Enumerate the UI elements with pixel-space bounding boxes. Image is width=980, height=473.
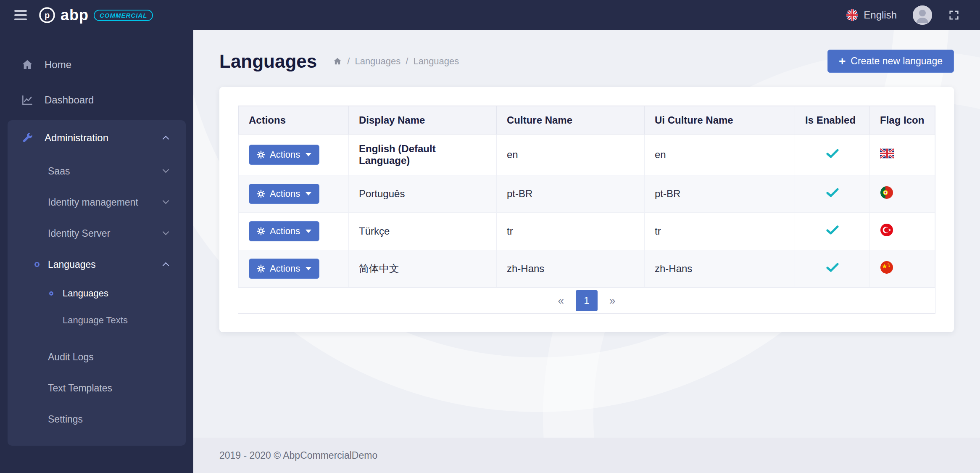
sidebar-item-dashboard[interactable]: Dashboard [0,82,193,118]
page-content: Languages / Languages / Languages + Crea… [193,30,980,438]
caret-down-icon [306,267,311,270]
breadcrumb-item[interactable]: Languages [355,56,400,67]
culture-name-cell: zh-Hans [497,250,645,288]
page-title: Languages [219,51,317,72]
breadcrumb-home-icon[interactable] [333,57,342,66]
actions-button-label: Actions [270,149,300,160]
enabled-check-icon [826,188,839,200]
copyright-text: 2019 - 2020 © AbpCommercialDemo [219,450,377,461]
wrench-icon [20,131,34,145]
culture-name-cell: pt-BR [497,175,645,213]
language-label: English [864,9,897,21]
languages-card: Actions Display Name Culture Name Ui Cul… [219,87,954,332]
chevron-down-icon [163,166,169,173]
breadcrumb-separator: / [347,56,350,67]
enabled-check-icon [826,149,839,161]
svg-text:p: p [45,11,50,20]
logo-text: abp [61,6,89,24]
plus-icon: + [839,57,846,66]
languages-table-wrap: Actions Display Name Culture Name Ui Cul… [238,106,935,314]
ui-culture-name-cell: zh-Hans [645,250,795,288]
sidebar-item-languages-child[interactable]: Languages [8,280,186,307]
sidebar-item-label: Languages [63,288,108,299]
sidebar-item-identity-management[interactable]: Identity management [8,187,186,218]
chevron-down-icon [163,198,169,204]
ui-culture-name-cell: tr [645,213,795,250]
topbar: English [193,0,980,30]
gear-icon [257,151,265,159]
page-header: Languages / Languages / Languages + Crea… [219,50,954,73]
sidebar-item-audit-logs[interactable]: Audit Logs [8,341,186,373]
bullet-icon [34,262,40,267]
pagination-next-button[interactable]: » [609,294,615,307]
actions-button-label: Actions [270,263,300,274]
display-name-cell: English (Default Language) [359,143,436,166]
table-row: Actions Português pt-BR pt-BR [239,175,935,213]
fullscreen-icon[interactable] [948,9,960,21]
caret-down-icon [306,192,311,196]
sidebar-item-label: Administration [45,132,108,144]
table-row: Actions Türkçe tr tr [239,213,935,250]
row-actions-button[interactable]: Actions [249,184,319,204]
sidebar-item-text-templates[interactable]: Text Templates [8,373,186,404]
breadcrumb: / Languages / Languages [333,56,459,67]
display-name-cell: Português [349,175,497,213]
china-flag-icon [880,261,893,274]
sidebar-item-identity-server[interactable]: Identity Server [8,218,186,249]
row-actions-button[interactable]: Actions [249,145,319,165]
sidebar-item-label: Language Texts [63,315,128,326]
culture-name-cell: en [497,135,645,175]
sidebar-item-languages[interactable]: Languages [8,249,186,280]
chevron-up-icon [163,262,169,269]
gear-icon [257,264,265,273]
create-button-label: Create new language [851,55,943,67]
user-avatar[interactable] [913,5,932,25]
caret-down-icon [306,153,311,156]
column-header-is-enabled: Is Enabled [795,106,870,135]
table-row: Actions English (Default Language) en en [239,135,935,175]
sidebar-item-language-texts[interactable]: Language Texts [8,307,186,334]
row-actions-button[interactable]: Actions [249,221,319,241]
sidebar: p abp COMMERCIAL Home Dashboard [0,0,193,473]
actions-button-label: Actions [270,226,300,237]
table-header-row: Actions Display Name Culture Name Ui Cul… [239,106,935,135]
sidebar-item-saas[interactable]: Saas [8,156,186,187]
dashboard-chart-icon [20,93,34,107]
sidebar-header: p abp COMMERCIAL [0,0,193,30]
abp-logo[interactable]: p abp COMMERCIAL [39,6,153,24]
footer: 2019 - 2020 © AbpCommercialDemo [193,438,980,473]
sidebar-item-label: Settings [48,414,83,425]
sidebar-item-label: Dashboard [45,94,94,106]
sidebar-nav: Home Dashboard Administration Saas [0,30,193,446]
uk-flag-icon [846,9,859,21]
pagination-prev-button[interactable]: « [558,294,564,307]
sidebar-item-label: Identity management [48,197,138,208]
sidebar-item-label: Home [45,59,71,71]
table-row: Actions 简体中文 zh-Hans zh-Hans [239,250,935,288]
menu-toggle-icon[interactable] [14,10,27,20]
sidebar-item-settings[interactable]: Settings [8,404,186,435]
row-actions-button[interactable]: Actions [249,259,319,279]
main-area: English Languages / Languages / Langu [193,0,980,473]
enabled-check-icon [826,226,839,237]
create-new-language-button[interactable]: + Create new language [827,50,954,73]
pagination: « 1 » [238,288,935,313]
sidebar-item-administration[interactable]: Administration [8,120,186,156]
turkey-flag-icon [880,223,893,237]
column-header-culture-name: Culture Name [497,106,645,135]
uk-flag-icon [880,148,894,159]
culture-name-cell: tr [497,213,645,250]
gear-icon [257,227,265,235]
chevron-down-icon [163,229,169,235]
sidebar-item-home[interactable]: Home [0,47,193,82]
pagination-page-1-button[interactable]: 1 [576,290,598,311]
sidebar-item-label: Saas [48,166,70,177]
sidebar-item-label: Languages [48,259,96,270]
sidebar-item-label: Audit Logs [48,351,94,363]
language-switcher[interactable]: English [846,9,897,21]
column-header-flag-icon: Flag Icon [870,106,935,135]
sidebar-item-label: Text Templates [48,383,112,394]
ui-culture-name-cell: en [645,135,795,175]
caret-down-icon [306,230,311,233]
gear-icon [257,190,265,198]
